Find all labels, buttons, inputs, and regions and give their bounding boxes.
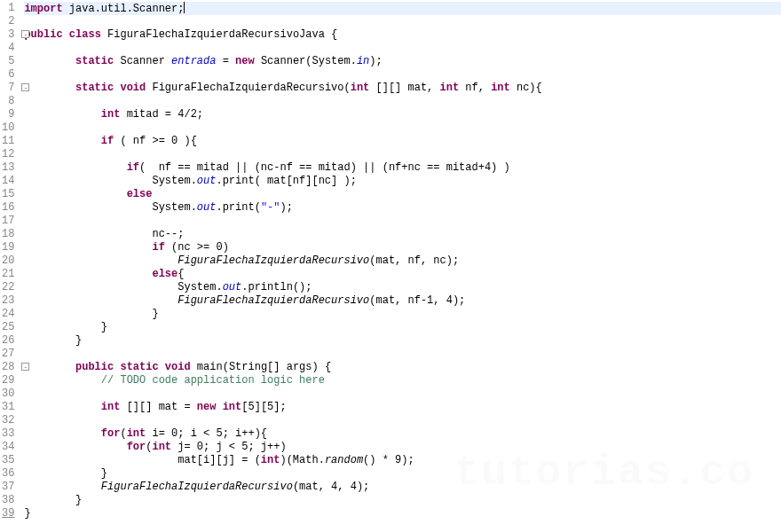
code-token: [24, 108, 100, 121]
code-line[interactable]: int [][] mat = new int[5][5];: [24, 401, 781, 414]
code-token: [24, 135, 100, 147]
code-token: }: [24, 308, 158, 320]
code-token: else: [152, 268, 178, 280]
code-token: random: [325, 454, 363, 466]
code-token: {: [178, 268, 184, 280]
code-line[interactable]: -public class FiguraFlechaIzquierdaRecur…: [24, 28, 781, 42]
code-line[interactable]: }: [24, 308, 781, 321]
code-line[interactable]: if( nf == mitad || (nc-nf == mitad) || (…: [24, 161, 781, 175]
code-token: int: [261, 454, 280, 466]
code-line[interactable]: static Scanner entrada = new Scanner(Sys…: [24, 55, 781, 68]
fold-toggle-icon[interactable]: -: [21, 30, 29, 38]
code-line[interactable]: System.out.println();: [24, 281, 781, 294]
code-token: static: [75, 55, 114, 67]
code-line[interactable]: }: [24, 467, 781, 481]
code-token: System.: [24, 201, 196, 214]
line-number: 23: [2, 294, 14, 308]
code-line[interactable]: else: [24, 188, 781, 201]
code-token: (mat, nf-1, 4);: [369, 294, 465, 307]
code-token: out: [197, 201, 217, 214]
code-token: out: [223, 281, 242, 293]
code-line[interactable]: - static void FiguraFlechaIzquierdaRecur…: [24, 82, 781, 95]
line-number: 3: [2, 28, 14, 42]
code-token: =: [216, 55, 235, 67]
code-token: Scanner(System.: [255, 55, 357, 67]
code-token: ( nf == mitad || (nc-nf == mitad) || (nf…: [139, 161, 510, 174]
code-token: int: [127, 427, 146, 440]
code-line[interactable]: System.out.print( mat[nf][nc] );: [24, 175, 781, 188]
code-line[interactable]: FiguraFlechaIzquierdaRecursivo(mat, 4, 4…: [24, 481, 781, 494]
code-token: public: [75, 361, 114, 373]
code-token: main(String[] args) {: [191, 361, 331, 373]
code-token: i= 0; i < 5; i++){: [146, 427, 267, 440]
line-number: 2: [2, 15, 14, 28]
code-line[interactable]: for(int j= 0; j < 5; j++): [24, 441, 781, 454]
code-token: [24, 427, 100, 440]
code-line[interactable]: [24, 95, 781, 108]
code-token: if: [152, 241, 164, 254]
line-number: 21: [2, 268, 14, 281]
code-token: new: [235, 55, 255, 67]
code-token: [24, 82, 75, 94]
code-line[interactable]: nc--;: [24, 228, 781, 241]
code-token: for: [127, 441, 146, 453]
line-number-gutter: 1234567891011121314151617181920212223242…: [0, 0, 20, 532]
code-line[interactable]: [24, 348, 781, 361]
line-number: 8: [2, 95, 14, 108]
line-number: 4: [2, 42, 14, 55]
code-token: new: [197, 401, 217, 413]
code-token: static: [120, 361, 158, 373]
code-line[interactable]: [24, 121, 781, 135]
line-number: 33: [2, 427, 14, 441]
code-token: int: [152, 441, 171, 453]
code-line[interactable]: if (nc >= 0): [24, 241, 781, 254]
line-number: 35: [2, 454, 14, 467]
code-line[interactable]: [24, 215, 781, 228]
code-line[interactable]: int mitad = 4/2;: [24, 108, 781, 121]
code-line[interactable]: else{: [24, 268, 781, 281]
line-number: 10: [2, 121, 14, 135]
code-line[interactable]: FiguraFlechaIzquierdaRecursivo(mat, nf, …: [24, 254, 781, 268]
code-token: }: [24, 334, 82, 347]
code-token: if: [101, 135, 114, 147]
code-token: nc--;: [24, 228, 184, 240]
code-token: int: [101, 401, 121, 413]
code-token: j= 0; j < 5; j++): [171, 441, 287, 453]
code-token: }: [24, 494, 82, 506]
code-line[interactable]: if ( nf >= 0 ){: [24, 135, 781, 148]
code-line[interactable]: - public static void main(String[] args)…: [24, 361, 781, 374]
code-line[interactable]: }: [24, 494, 781, 507]
code-area[interactable]: tutorias.co import java.util.Scanner;-pu…: [20, 0, 781, 532]
code-line[interactable]: [24, 42, 781, 55]
code-line[interactable]: [24, 148, 781, 161]
code-token: [5][5];: [241, 401, 286, 413]
code-line[interactable]: import java.util.Scanner;: [24, 2, 781, 15]
fold-toggle-icon[interactable]: -: [21, 363, 29, 371]
fold-toggle-icon[interactable]: -: [21, 83, 29, 91]
code-token: int: [491, 82, 510, 94]
code-token: [][] mat,: [369, 82, 439, 94]
code-line[interactable]: for(int i= 0; i < 5; i++){: [24, 427, 781, 441]
code-token: // TODO code application logic here: [101, 374, 325, 387]
code-line[interactable]: mat[i][j] = (int)(Math.random() * 9);: [24, 454, 781, 467]
code-token: if: [127, 161, 139, 174]
code-line[interactable]: // TODO code application logic here: [24, 374, 781, 387]
line-number: 19: [2, 241, 14, 254]
code-token: [][] mat =: [120, 401, 196, 413]
code-line[interactable]: [24, 15, 781, 28]
code-token: [24, 401, 100, 413]
code-line[interactable]: }: [24, 507, 781, 520]
line-number: 1: [2, 2, 14, 15]
line-number: 30: [2, 387, 14, 401]
line-number: 12: [2, 148, 14, 161]
code-line[interactable]: [24, 387, 781, 401]
code-line[interactable]: }: [24, 334, 781, 348]
code-line[interactable]: [24, 414, 781, 427]
code-line[interactable]: FiguraFlechaIzquierdaRecursivo(mat, nf-1…: [24, 294, 781, 308]
code-line[interactable]: [24, 68, 781, 82]
code-line[interactable]: }: [24, 321, 781, 334]
code-token: public: [24, 28, 62, 41]
line-number: 20: [2, 254, 14, 268]
code-token: [63, 28, 69, 41]
code-line[interactable]: System.out.print("-");: [24, 201, 781, 215]
